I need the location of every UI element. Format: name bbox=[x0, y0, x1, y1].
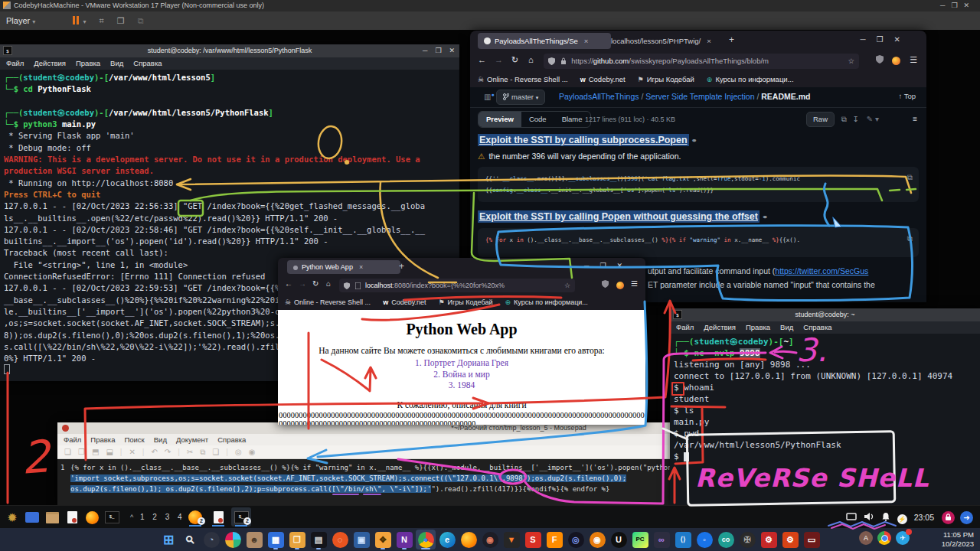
home-button[interactable]: ⌂ bbox=[326, 279, 331, 288]
paste-icon[interactable]: ❑ bbox=[212, 448, 219, 456]
show-desktop-button[interactable] bbox=[23, 508, 41, 527]
suspend-button[interactable] bbox=[73, 12, 80, 31]
scroll-top-button[interactable]: ↑ Top bbox=[898, 92, 916, 100]
view-tab[interactable]: Code bbox=[521, 112, 554, 127]
taskbar-icon-gears-red-2[interactable]: ⚙ bbox=[780, 530, 800, 549]
anchor-link-icon[interactable]: ⚭ bbox=[691, 137, 697, 145]
close-doc-icon[interactable]: ✕ bbox=[129, 448, 135, 456]
forward-button[interactable]: → bbox=[495, 55, 503, 64]
workspace-switcher[interactable]: 1 2 3 4 bbox=[140, 506, 185, 529]
taskbar-icon-file-explorer[interactable]: ❒ bbox=[287, 530, 307, 549]
copy-code-icon[interactable]: ⧉ bbox=[907, 171, 913, 183]
display-icon[interactable] bbox=[846, 510, 857, 524]
maximize-button[interactable]: ❒ bbox=[435, 47, 441, 54]
edit-pencil-icon[interactable]: ✎ ▾ bbox=[867, 115, 879, 123]
save-icon[interactable]: ⬒ bbox=[92, 448, 99, 456]
window-controls[interactable]: ─❒✕ bbox=[861, 35, 911, 44]
reload-button[interactable]: ↻ bbox=[511, 55, 518, 65]
player-menu[interactable]: Player bbox=[6, 16, 30, 25]
terminal-menu-item[interactable]: Вид bbox=[110, 59, 123, 67]
save-as-icon[interactable]: ⬓ bbox=[106, 448, 113, 456]
tray-telegram-icon[interactable]: ✈ bbox=[896, 531, 910, 545]
new-tab-button[interactable]: + bbox=[399, 261, 404, 272]
minimize-button[interactable]: ─ bbox=[423, 47, 427, 54]
terminal-menu-item[interactable]: Справка bbox=[803, 323, 831, 331]
notifications-bell-icon[interactable] bbox=[881, 510, 890, 524]
taskbar-icon-calendar[interactable]: ▦ bbox=[266, 530, 286, 549]
bookmark-item[interactable]: wCodeby.net bbox=[580, 75, 626, 83]
taskbar-icon-photos[interactable]: ☻ bbox=[244, 530, 264, 549]
url-bar[interactable]: localhost:8080/index?book={%%20for%20x% … bbox=[339, 279, 575, 292]
bookmark-item[interactable]: ⚑Игры Кодебай bbox=[638, 75, 694, 83]
taskbar-window-firefox[interactable]: 2 bbox=[185, 507, 205, 527]
tab-python-web-app[interactable]: Python Web App× bbox=[287, 260, 400, 274]
taskbar-icon-chrome[interactable]: ● bbox=[416, 530, 436, 549]
taskbar-icon-camtasia[interactable]: co bbox=[716, 530, 736, 549]
kali-menu-button[interactable]: ✹ bbox=[3, 508, 21, 527]
taskbar-icon-vmware[interactable]: ✥ bbox=[373, 530, 393, 549]
bookmark-item[interactable]: wCodeby.net bbox=[383, 298, 426, 306]
taskbar-icon-maps-pin[interactable]: ◦ bbox=[694, 530, 714, 549]
kali-clock[interactable]: 23:05 bbox=[914, 513, 934, 522]
open-icon[interactable]: ❐ bbox=[78, 448, 85, 456]
terminal-menu-item[interactable]: Вид bbox=[780, 323, 793, 331]
ctrl-alt-del-icon[interactable]: ⌗ bbox=[99, 16, 103, 25]
copy-icon[interactable]: ⧉ bbox=[200, 448, 205, 456]
mousepad-menu-item[interactable]: Вид bbox=[154, 435, 167, 444]
breadcrumb-folder[interactable]: Server Side Template Injection bbox=[645, 92, 754, 101]
raw-button[interactable]: Raw bbox=[806, 112, 835, 127]
readme-heading-1[interactable]: Exploit the SSTI by calling subprocess.P… bbox=[478, 135, 919, 145]
menu-icon[interactable]: ☰ bbox=[631, 279, 638, 288]
mousepad-launcher[interactable] bbox=[63, 508, 81, 527]
taskbar-icon-claws[interactable]: ✠ bbox=[737, 530, 757, 549]
taskbar-icon-vscode[interactable]: ⟨⟩ bbox=[673, 530, 693, 549]
find-replace-icon[interactable]: ◉ bbox=[249, 448, 256, 456]
taskbar-icon-virtualbox[interactable]: ▣ bbox=[351, 530, 371, 549]
file-tree-icon[interactable]: ▥● bbox=[484, 92, 495, 101]
terminal-menu-item[interactable]: Действия bbox=[704, 323, 736, 331]
taskbar-icon-start[interactable]: ⊞ bbox=[158, 530, 178, 549]
bookmark-item[interactable]: ☠Online - Reverse Shell ... bbox=[478, 75, 568, 83]
mousepad-menu-item[interactable]: Документ bbox=[176, 435, 208, 444]
readme-heading-2[interactable]: Exploit the SSTI by calling Popen withou… bbox=[478, 211, 919, 222]
taskbar-icon-carrot[interactable]: ▼ bbox=[501, 530, 521, 549]
find-icon[interactable]: ◎ bbox=[235, 448, 242, 456]
tray-avatar-icon[interactable]: A bbox=[859, 531, 873, 545]
close-button[interactable]: ✕ bbox=[449, 47, 455, 54]
pocket-shield-icon[interactable] bbox=[876, 55, 884, 65]
taskbar-icon-slack[interactable] bbox=[223, 530, 243, 549]
terminal-menu-item[interactable]: Файл bbox=[676, 323, 694, 331]
tab-close-icon[interactable]: × bbox=[584, 37, 589, 45]
code-block-forloop[interactable]: ⧉{% for x in ().__class__.__base__.__sub… bbox=[478, 228, 919, 257]
back-button[interactable]: ← bbox=[285, 279, 292, 288]
taskbar-icon-ubuntu[interactable]: ◌ bbox=[330, 530, 350, 549]
fullscreen-icon[interactable]: ❐ bbox=[117, 16, 125, 25]
menu-icon[interactable]: ☰ bbox=[910, 55, 917, 65]
book-link-2[interactable]: 2. Война и мир bbox=[278, 369, 645, 380]
taskbar-window-mousepad[interactable] bbox=[208, 507, 228, 527]
vm-maximize-button[interactable]: ❒ bbox=[951, 2, 963, 9]
taskbar-icon-notepad-dark[interactable]: ▤ bbox=[309, 530, 328, 549]
taskbar-icon-fl-studio[interactable]: F bbox=[544, 530, 564, 549]
terminal-launcher[interactable]: $_ bbox=[103, 508, 121, 527]
firefox-account-icon[interactable] bbox=[616, 282, 624, 291]
tray-chrome-icon[interactable] bbox=[877, 531, 891, 545]
taskbar-icon-sharex[interactable]: S bbox=[523, 530, 543, 549]
back-button[interactable]: ← bbox=[478, 55, 486, 64]
file-manager-launcher[interactable] bbox=[43, 508, 61, 527]
terminal-menu-item[interactable]: Справка bbox=[133, 59, 162, 67]
view-tab[interactable]: Preview bbox=[479, 112, 521, 127]
windows-clock[interactable]: 11:05 PM 10/2/2023 bbox=[942, 530, 974, 549]
reload-button[interactable]: ↻ bbox=[312, 279, 318, 288]
taskbar-icon-search[interactable]: ⚲ bbox=[180, 530, 200, 549]
vm-close-button[interactable]: ✕ bbox=[963, 2, 975, 9]
power-manager-icon[interactable]: ⚡ bbox=[897, 510, 907, 524]
copy-code-icon[interactable]: ⧉ bbox=[907, 233, 913, 244]
taskbar-icon-edge[interactable]: e bbox=[437, 530, 457, 549]
undo-icon[interactable]: ↶ bbox=[151, 448, 157, 456]
terminal-menu-item[interactable]: Действия bbox=[34, 59, 66, 67]
taskbar-icon-bandicam[interactable]: ▭ bbox=[802, 530, 822, 549]
redo-icon[interactable]: ↷ bbox=[165, 448, 171, 456]
new-tab-button[interactable]: + bbox=[729, 34, 734, 45]
taskbar-icon-onenote[interactable]: N bbox=[394, 530, 414, 549]
